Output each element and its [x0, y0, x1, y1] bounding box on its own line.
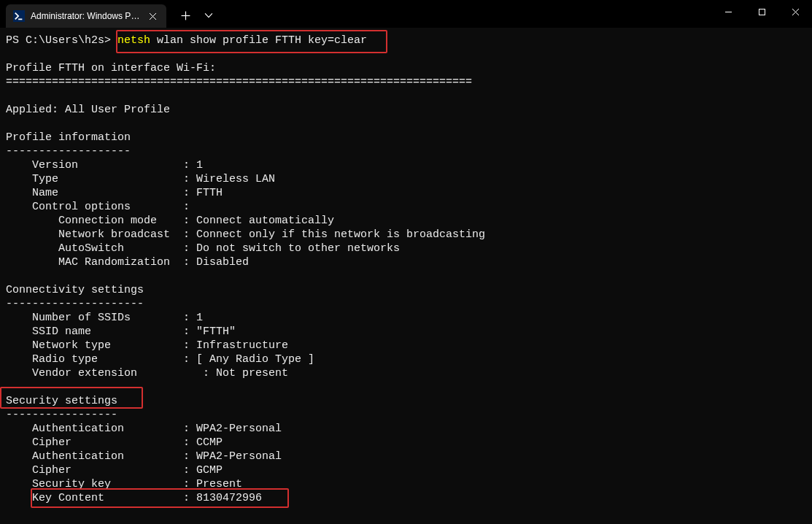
- maximize-button[interactable]: [745, 0, 778, 23]
- output-autoswitch: AutoSwitch : Do not switch to other netw…: [6, 242, 400, 255]
- output-profile-header: Profile FTTH on interface Wi-Fi:: [6, 62, 216, 74]
- output-numssids: Number of SSIDs : 1: [6, 312, 203, 324]
- section-connectivity: Connectivity settings: [6, 284, 144, 296]
- section-security: Security settings: [6, 395, 117, 407]
- section-profile-info: Profile information: [6, 131, 131, 144]
- command-keyword: netsh: [117, 34, 150, 47]
- output-auth1: Authentication : WPA2-Personal: [6, 423, 282, 435]
- output-keycontent: Key Content : 8130472996: [6, 492, 262, 504]
- output-control: Control options :: [6, 201, 190, 213]
- output-auth2: Authentication : WPA2-Personal: [6, 450, 282, 463]
- output-seckey: Security key : Present: [6, 478, 242, 490]
- output-connmode: Connection mode : Connect automatically: [6, 215, 334, 227]
- tab-powershell[interactable]: Administrator: Windows PowerS: [6, 4, 166, 28]
- output-mac: MAC Randomization : Disabled: [6, 256, 249, 269]
- output-cipher1: Cipher : CCMP: [6, 436, 223, 449]
- tab-title: Administrator: Windows PowerS: [31, 11, 140, 21]
- prompt-text: PS C:\Users\h2s>: [6, 34, 117, 47]
- output-type: Type : Wireless LAN: [6, 173, 275, 185]
- output-divider: ========================================…: [6, 76, 472, 88]
- output-ssidname: SSID name : "FTTH": [6, 325, 236, 338]
- powershell-icon: [13, 10, 25, 22]
- minimize-button[interactable]: [711, 0, 745, 23]
- section-divider: -----------------: [6, 409, 117, 421]
- window-controls: [711, 0, 812, 28]
- tab-dropdown-button[interactable]: [198, 5, 219, 26]
- new-tab-button[interactable]: [175, 5, 196, 26]
- output-nettype: Network type : Infrastructure: [6, 339, 288, 352]
- terminal-content[interactable]: PS C:\Users\h2s> netsh wlan show profile…: [0, 28, 812, 511]
- output-applied: Applied: All User Profile: [6, 104, 170, 116]
- output-version: Version : 1: [6, 159, 203, 172]
- command-rest: wlan show profile FTTH key=clear: [150, 34, 367, 47]
- svg-rect-6: [759, 9, 765, 15]
- titlebar: Administrator: Windows PowerS: [0, 0, 812, 28]
- output-vendorext: Vendor extension : Not present: [6, 367, 288, 379]
- output-broadcast: Network broadcast : Connect only if this…: [6, 228, 485, 241]
- tabs-area: Administrator: Windows PowerS: [0, 0, 219, 28]
- section-divider: -------------------: [6, 145, 131, 158]
- close-window-button[interactable]: [778, 0, 812, 23]
- close-tab-button[interactable]: [146, 9, 159, 23]
- output-cipher2: Cipher : GCMP: [6, 464, 223, 477]
- section-divider: ---------------------: [6, 298, 144, 310]
- output-name: Name : FTTH: [6, 187, 223, 199]
- output-radiotype: Radio type : [ Any Radio Type ]: [6, 353, 314, 366]
